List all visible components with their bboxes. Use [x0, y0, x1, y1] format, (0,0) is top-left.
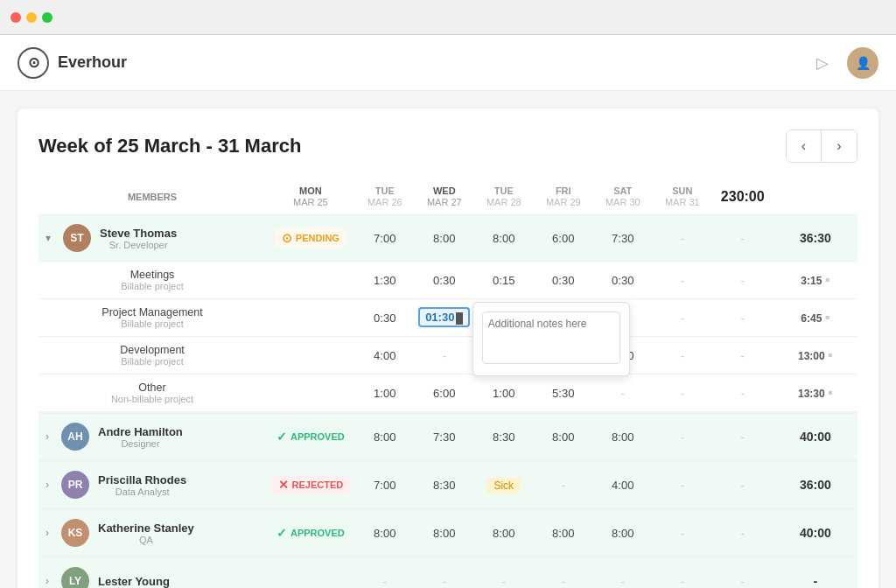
project-label: Meetings Billable project — [38, 262, 266, 299]
project-day-0[interactable]: 1:30 — [355, 262, 415, 299]
project-label: Other Non-billable project — [38, 374, 266, 412]
member-day-1[interactable]: 7:30 — [415, 414, 474, 460]
play-button[interactable]: ▷ — [810, 51, 835, 75]
status-cell: ✕ REJECTED — [266, 462, 355, 508]
maximize-button[interactable] — [42, 12, 52, 23]
project-day-popup[interactable]: 01:30 — [415, 299, 474, 337]
member-day-1[interactable]: 8:00 — [415, 215, 474, 262]
project-day-2[interactable]: 0:15 — [474, 262, 534, 299]
member-total: 36:30 — [774, 215, 858, 262]
member-day-1[interactable]: 8:00 — [415, 510, 474, 556]
schedule-table: Members Mon MAR 25 Tue MAR 26 — [38, 180, 858, 588]
member-day-0[interactable]: 7:00 — [355, 215, 415, 262]
user-avatar[interactable]: 👤 — [847, 47, 878, 79]
expand-button[interactable]: › — [42, 477, 52, 493]
member-day-0[interactable]: 8:00 — [355, 510, 415, 556]
member-day-4[interactable]: 4:00 — [593, 462, 653, 508]
project-day-3[interactable]: 0:30 — [534, 262, 593, 299]
member-day-0[interactable]: - — [355, 558, 415, 589]
member-day-5[interactable]: - — [653, 414, 712, 460]
project-day-1[interactable]: - — [415, 337, 474, 374]
week-nav: ‹ › — [786, 130, 858, 163]
minimize-button[interactable] — [26, 12, 37, 23]
member-day-5[interactable]: - — [653, 215, 712, 262]
member-role: Sr. Developer — [100, 240, 177, 250]
project-day-5[interactable]: - — [653, 262, 712, 299]
project-status-spacer — [266, 299, 355, 337]
project-day-0[interactable]: 4:00 — [355, 337, 415, 374]
close-button[interactable] — [10, 12, 21, 23]
member-total: 36:00 — [774, 462, 858, 508]
member-day-0[interactable]: 8:00 — [355, 414, 415, 460]
member-avatar: PR — [61, 471, 89, 499]
project-day-6[interactable]: - — [712, 337, 774, 374]
project-day-5[interactable]: - — [653, 337, 712, 374]
app-logo: ⊙ Everhour — [18, 47, 127, 79]
member-day-1[interactable]: 8:30 — [415, 462, 474, 508]
project-total: 13:00 ▪ — [774, 337, 858, 374]
member-day-5[interactable]: - — [653, 558, 712, 589]
project-day-6[interactable]: - — [712, 299, 774, 337]
member-day-2[interactable]: Sick — [474, 462, 534, 508]
project-day-0[interactable]: 1:00 — [355, 374, 415, 412]
member-day-6[interactable]: - — [712, 462, 774, 508]
member-day-5[interactable]: - — [653, 510, 712, 556]
member-day-6[interactable]: - — [712, 215, 774, 262]
project-day-6[interactable]: - — [712, 262, 774, 299]
member-day-4[interactable]: 8:00 — [593, 510, 653, 556]
member-day-6[interactable]: - — [712, 414, 774, 460]
project-row: Other Non-billable project 1:006:001:005… — [38, 374, 858, 412]
project-status-spacer — [266, 262, 355, 299]
week-header: Week of 25 March - 31 March ‹ › — [38, 130, 858, 163]
project-status-spacer — [266, 337, 355, 374]
member-day-4[interactable]: - — [593, 558, 653, 589]
member-day-3[interactable]: 8:00 — [534, 414, 593, 460]
project-day-6[interactable]: - — [712, 374, 774, 412]
member-day-6[interactable]: - — [712, 510, 774, 556]
project-day-1[interactable]: 6:00 — [415, 374, 474, 412]
project-day-3[interactable]: 5:30 — [534, 374, 593, 412]
status-cell: ✓ APPROVED — [266, 510, 355, 556]
expand-button[interactable]: › — [42, 429, 52, 444]
member-day-4[interactable]: 7:30 — [593, 215, 653, 262]
member-row: › LY Lester Young ------- - — [38, 558, 858, 589]
member-day-3[interactable]: 6:00 — [534, 215, 593, 262]
members-col-header: Members — [38, 180, 266, 215]
project-label: Project Management Billable project — [38, 299, 266, 337]
member-day-1[interactable]: - — [415, 558, 474, 589]
member-day-2[interactable]: - — [474, 558, 534, 589]
member-day-2[interactable]: 8:30 — [474, 414, 534, 460]
expand-button[interactable]: › — [42, 525, 52, 541]
member-day-2[interactable]: 8:00 — [474, 510, 534, 556]
member-day-3[interactable]: 8:00 — [534, 510, 593, 556]
member-day-2[interactable]: 8:00 — [474, 215, 534, 262]
member-name: Katherine Stanley — [98, 522, 194, 535]
project-day-4[interactable]: - — [593, 374, 653, 412]
expand-button[interactable]: ▾ — [42, 230, 54, 246]
project-type: Non-billable project — [42, 394, 262, 404]
member-day-6[interactable]: - — [712, 558, 774, 589]
project-day-5[interactable]: - — [653, 299, 712, 337]
project-day-4[interactable]: 0:30 — [593, 262, 653, 299]
project-name: Meetings — [42, 269, 262, 281]
app-bar: ⊙ Everhour ▷ 👤 — [0, 35, 896, 91]
project-day-0[interactable]: 0:30 — [355, 299, 415, 337]
member-day-3[interactable]: - — [534, 462, 593, 508]
member-day-4[interactable]: 8:00 — [593, 414, 653, 460]
member-row: ▾ ST Steve Thomas Sr. Developer ⊙ PENDIN… — [38, 215, 858, 262]
status-cell: ⊙ PENDING — [266, 215, 355, 262]
member-day-3[interactable]: - — [534, 558, 593, 589]
time-input-active[interactable]: 01:30 — [418, 307, 470, 327]
next-week-button[interactable]: › — [822, 130, 857, 162]
project-day-5[interactable]: - — [653, 374, 712, 412]
prev-week-button[interactable]: ‹ — [787, 130, 822, 162]
project-day-2[interactable]: 1:00 — [474, 374, 534, 412]
member-day-0[interactable]: 7:00 — [355, 462, 415, 508]
member-day-5[interactable]: - — [653, 462, 712, 508]
expand-button[interactable]: › — [42, 573, 52, 588]
member-total: - — [774, 558, 858, 589]
project-day-1[interactable]: 0:30 — [415, 262, 474, 299]
status-badge: ✕ REJECTED — [271, 475, 351, 494]
member-avatar: AH — [61, 423, 89, 451]
notes-textarea[interactable] — [482, 312, 620, 364]
